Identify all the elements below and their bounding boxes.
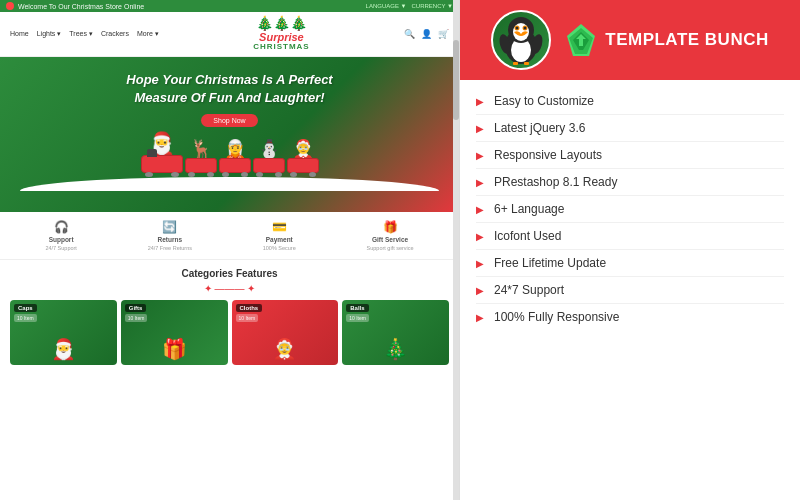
logo-sub: Christmas — [253, 43, 310, 52]
arrow-icon-7: ▶ — [476, 258, 484, 269]
brand-logo-row: TEMPLATE BUNCH — [563, 22, 768, 58]
nav-more[interactable]: More ▾ — [137, 30, 159, 38]
feature-prestashop-text: PRestashop 8.1 Ready — [494, 175, 617, 189]
nav-home[interactable]: Home — [10, 30, 29, 38]
feature-lifetime-update: ▶ Free Lifetime Update — [476, 250, 784, 277]
arrow-icon-6: ▶ — [476, 231, 484, 242]
returns-icon: 🔄 — [162, 220, 177, 234]
brand-name-text: TEMPLATE BUNCH — [605, 31, 768, 50]
categories-title: Categories Features — [10, 268, 449, 279]
main-nav: Home Lights ▾ Trees ▾ Crackers More ▾ — [10, 30, 159, 38]
support-icon: 🎧 — [54, 220, 69, 234]
elf-char: 🧝 — [224, 140, 246, 158]
feature-returns: 🔄 Returns 24/7 Free Returns — [148, 220, 192, 251]
cat-cloths-count: 10 Item — [236, 314, 259, 322]
arrow-icon-1: ▶ — [476, 96, 484, 107]
svg-rect-11 — [524, 62, 529, 65]
feature-gift: 🎁 Gift Service Support gift service — [367, 220, 414, 251]
feature-language: ▶ 6+ Language — [476, 196, 784, 223]
cat-gifts-label: Gifts — [125, 304, 147, 312]
mascot-avatar — [491, 10, 551, 70]
feature-easy-customize-text: Easy to Customize — [494, 94, 594, 108]
arrow-icon-5: ▶ — [476, 204, 484, 215]
feature-responsive: ▶ Responsive Layouts — [476, 142, 784, 169]
cat-caps-label: Caps — [14, 304, 37, 312]
feature-support-text: 24*7 Support — [494, 283, 564, 297]
feature-language-text: 6+ Language — [494, 202, 564, 216]
feature-payment: 💳 Payment 100% Secure — [263, 220, 296, 251]
cat-gifts-count: 10 Item — [125, 314, 148, 322]
payment-icon: 💳 — [272, 220, 287, 234]
train-car-3: ⛄ — [253, 140, 285, 173]
snow-wave — [20, 177, 439, 191]
header-actions: 🔍 👤 🛒 — [404, 29, 449, 39]
hero-section: Hope Your Christmas Is A Perfect Measure… — [0, 57, 459, 212]
characters-row: 🎅 🦌 🧝 — [20, 133, 439, 173]
nav-lights[interactable]: Lights ▾ — [37, 30, 62, 38]
divider: ✦ ——— ✦ — [10, 283, 449, 294]
announce-text: Welcome To Our Christmas Store Online — [18, 3, 144, 10]
category-balls[interactable]: Balls 10 Item 🎄 — [342, 300, 449, 365]
cart-icon[interactable]: 🛒 — [438, 29, 449, 39]
account-icon[interactable]: 👤 — [421, 29, 432, 39]
feature-prestashop: ▶ PRestashop 8.1 Ready — [476, 169, 784, 196]
search-icon[interactable]: 🔍 — [404, 29, 415, 39]
logo-holly: 🎄🎄🎄 — [253, 16, 310, 31]
cat-balls-count: 10 Item — [346, 314, 369, 322]
snowman2-char: 🤶 — [292, 140, 314, 158]
feature-icofont: ▶ Icofont Used — [476, 223, 784, 250]
templatebunch-logo-svg — [563, 22, 599, 58]
feature-icofont-text: Icofont Used — [494, 229, 561, 243]
puffin-svg — [493, 12, 549, 68]
feature-easy-customize: ▶ Easy to Customize — [476, 88, 784, 115]
site-logo: 🎄🎄🎄 Surprise Christmas — [253, 16, 310, 52]
svg-rect-10 — [513, 62, 518, 65]
gift-icon: 🎁 — [383, 220, 398, 234]
feature-fully-responsive: ▶ 100% Fully Responsive — [476, 304, 784, 330]
feature-support: ▶ 24*7 Support — [476, 277, 784, 304]
arrow-icon-9: ▶ — [476, 312, 484, 323]
features-list: ▶ Easy to Customize ▶ Latest jQuery 3.6 … — [460, 80, 800, 500]
cat-balls-label: Balls — [346, 304, 368, 312]
arrow-icon-3: ▶ — [476, 150, 484, 161]
reindeer-char: 🦌 — [190, 140, 212, 158]
brand-name-area: TEMPLATE BUNCH — [563, 22, 768, 58]
svg-point-5 — [516, 27, 519, 30]
cat-cloths-label: Cloths — [236, 304, 263, 312]
categories-section: Categories Features ✦ ——— ✦ Caps 10 Item… — [0, 260, 459, 373]
brand-name: TEMPLATE BUNCH — [605, 31, 768, 50]
snowman-char: ⛄ — [258, 140, 280, 158]
hero-headline: Hope Your Christmas Is A Perfect Measure… — [20, 71, 439, 107]
announce-icon — [6, 2, 14, 10]
feature-jquery: ▶ Latest jQuery 3.6 — [476, 115, 784, 142]
features-bar: 🎧 Support 24/7 Support 🔄 Returns 24/7 Fr… — [0, 212, 459, 260]
feature-responsive-text: Responsive Layouts — [494, 148, 602, 162]
category-gifts[interactable]: Gifts 10 Item 🎁 — [121, 300, 228, 365]
brand-bar: TEMPLATE BUNCH — [460, 0, 800, 80]
train-car-4: 🤶 — [287, 140, 319, 173]
arrow-icon-8: ▶ — [476, 285, 484, 296]
category-caps[interactable]: Caps 10 Item 🎅 — [10, 300, 117, 365]
category-grid: Caps 10 Item 🎅 Gifts 10 Item 🎁 Cloths 10… — [10, 300, 449, 365]
site-header: Home Lights ▾ Trees ▾ Crackers More ▾ 🎄🎄… — [0, 12, 459, 57]
nav-trees[interactable]: Trees ▾ — [69, 30, 93, 38]
feature-jquery-text: Latest jQuery 3.6 — [494, 121, 585, 135]
feature-support: 🎧 Support 24/7 Support — [45, 220, 77, 251]
product-info-panel: TEMPLATE BUNCH ▶ Easy to Customize ▶ Lat… — [460, 0, 800, 500]
nav-crackers[interactable]: Crackers — [101, 30, 129, 38]
category-cloths[interactable]: Cloths 10 Item 🤶 — [232, 300, 339, 365]
train-car-2: 🧝 — [219, 140, 251, 173]
shop-now-button[interactable]: Shop Now — [201, 114, 257, 127]
language-selector[interactable]: LANGUAGE ▼ CURRENCY ▼ — [366, 3, 453, 9]
arrow-icon-2: ▶ — [476, 123, 484, 134]
scrollbar[interactable] — [453, 0, 459, 500]
svg-point-7 — [524, 27, 527, 30]
feature-fully-responsive-text: 100% Fully Responsive — [494, 310, 619, 324]
arrow-icon-4: ▶ — [476, 177, 484, 188]
website-preview: Welcome To Our Christmas Store Online LA… — [0, 0, 460, 500]
train-loco: 🎅 — [141, 133, 183, 173]
train-car-1: 🦌 — [185, 140, 217, 173]
cat-caps-count: 10 Item — [14, 314, 37, 322]
scrollbar-thumb[interactable] — [453, 40, 459, 120]
feature-lifetime-text: Free Lifetime Update — [494, 256, 606, 270]
